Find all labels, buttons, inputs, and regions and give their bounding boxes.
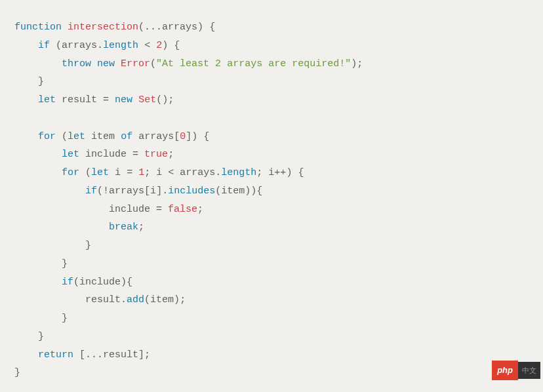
var-result: result [85, 294, 121, 305]
paren-open: ( [56, 40, 62, 51]
var-i: i [115, 167, 121, 178]
var-i: i [268, 167, 274, 178]
paren-close: ) [191, 131, 197, 142]
dot: . [97, 40, 103, 51]
semicolon: ; [357, 58, 363, 69]
num-1: 1 [138, 167, 144, 178]
paren-close: ) [121, 277, 127, 288]
dot: . [215, 167, 221, 178]
semicolon: ; [168, 149, 174, 160]
var-include: include [109, 204, 150, 215]
num-0: 0 [180, 131, 186, 142]
paren-open: ( [62, 131, 68, 142]
keyword-break: break [109, 222, 138, 233]
paren-open: ( [156, 94, 162, 106]
semicolon: ; [197, 204, 203, 215]
brace-open: { [174, 40, 180, 51]
dot: . [162, 186, 168, 197]
watermark: php 中文 [492, 361, 540, 380]
brace-open: { [209, 22, 215, 33]
semicolon: ; [138, 222, 144, 233]
keyword-return: return [38, 349, 73, 361]
paren-open: ( [138, 22, 144, 33]
paren-close: ) [351, 58, 357, 69]
paren-open: ( [85, 167, 91, 178]
var-include: include [85, 149, 127, 160]
keyword-new: new [97, 58, 115, 69]
var-item: item [221, 186, 245, 197]
semicolon: ; [144, 167, 150, 178]
brace-close: } [62, 258, 68, 269]
bracket-open: [ [174, 131, 180, 142]
keyword-for: for [38, 131, 56, 142]
brace-close: } [38, 331, 44, 342]
watermark-cn: 中文 [518, 362, 540, 379]
param-arrays: arrays [162, 22, 197, 33]
var-arrays: arrays [62, 40, 97, 51]
keyword-function: function [14, 22, 62, 33]
brace-open: { [127, 277, 132, 288]
spread-operator: ... [85, 349, 103, 361]
var-item: item [91, 131, 115, 142]
bracket-close: ] [156, 186, 162, 197]
op-lt: < [168, 167, 174, 178]
keyword-throw: throw [62, 58, 91, 69]
paren-open: ( [73, 277, 79, 288]
spread-operator: ... [144, 22, 162, 33]
brace-close: } [14, 367, 20, 378]
var-i: i [156, 167, 162, 178]
bracket-open: [ [144, 186, 150, 197]
string-error: "At least 2 arrays are required!" [156, 58, 351, 69]
paren-open: ( [215, 186, 221, 197]
op-eq: = [127, 167, 132, 178]
paren-close: ) [162, 94, 168, 106]
bool-true: true [144, 149, 168, 160]
op-eq: = [103, 94, 109, 106]
semicolon: ; [256, 167, 262, 178]
method-includes: includes [168, 186, 215, 197]
brace-close: } [85, 240, 91, 251]
var-arrays: arrays [138, 131, 174, 142]
var-result: result [62, 94, 97, 106]
paren-close: ) [251, 186, 256, 197]
prop-length: length [103, 40, 138, 51]
paren-close: ) [174, 294, 180, 305]
op-eq: = [132, 149, 138, 160]
var-arrays: arrays [109, 186, 144, 197]
brace-open: { [298, 167, 304, 178]
function-name: intersection [68, 22, 138, 33]
paren-close: ) [245, 186, 251, 197]
var-include: include [79, 277, 121, 288]
keyword-let: let [62, 149, 79, 160]
var-item: item [150, 294, 174, 305]
keyword-new: new [115, 94, 132, 106]
bracket-open: [ [79, 349, 85, 361]
method-add: add [127, 294, 144, 305]
class-error: Error [121, 58, 150, 69]
keyword-let: let [91, 167, 109, 178]
brace-open: { [203, 131, 209, 142]
brace-close: } [38, 76, 44, 87]
paren-close: ) [286, 167, 292, 178]
keyword-for: for [62, 167, 79, 178]
semicolon: ; [144, 349, 150, 361]
brace-close: } [62, 313, 68, 324]
var-arrays: arrays [180, 167, 215, 178]
bool-false: false [168, 204, 197, 215]
keyword-if: if [38, 40, 50, 51]
var-result: result [103, 349, 138, 361]
bracket-close: ] [186, 131, 191, 142]
keyword-of: of [121, 131, 132, 142]
keyword-if: if [85, 186, 97, 197]
op-inc: ++ [274, 167, 286, 178]
class-set: Set [138, 94, 156, 106]
bracket-close: ] [138, 349, 144, 361]
paren-open: ( [97, 186, 103, 197]
prop-length: length [221, 167, 256, 178]
keyword-let: let [68, 131, 85, 142]
paren-close: ) [162, 40, 168, 51]
code-block: function intersection(...arrays) { if (a… [14, 18, 529, 382]
var-i: i [150, 186, 156, 197]
keyword-let: let [38, 94, 56, 106]
brace-open: { [256, 186, 262, 197]
